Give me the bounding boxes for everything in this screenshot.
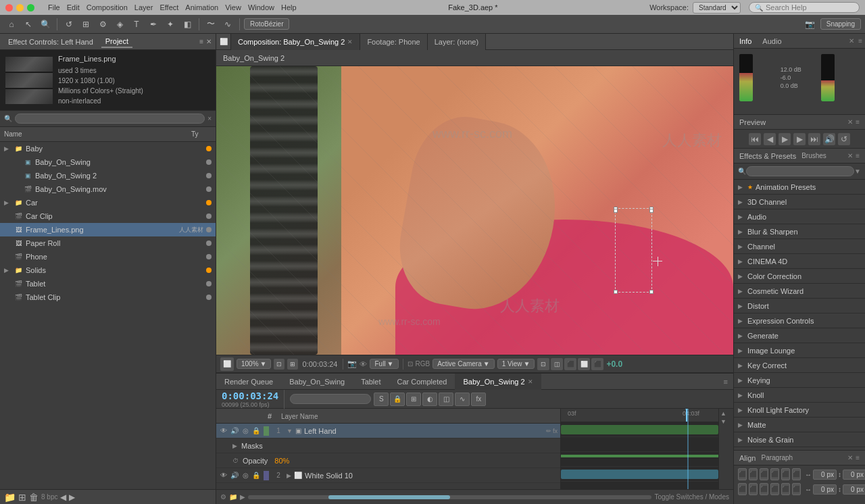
distribute-center-h-button[interactable]: ⬛ [749, 483, 758, 495]
list-item[interactable]: 🎬 Baby_On_Swing.mov [0, 182, 216, 196]
grid-tool[interactable]: ⊞ [78, 17, 93, 32]
effect-item[interactable]: ▶ Matte [734, 418, 865, 432]
align-menu[interactable]: ≡ [856, 454, 860, 461]
align-left-button[interactable]: ⬛ [738, 468, 747, 480]
expand-arrow[interactable]: ▶ [4, 199, 11, 206]
text-tool[interactable]: T [129, 17, 144, 32]
mode-btn-4[interactable]: ⬜ [578, 358, 590, 370]
roto-bezier-button[interactable]: RotoBézier [244, 18, 289, 30]
effect-item[interactable]: ▶ Keying [734, 373, 865, 388]
menu-file[interactable]: File [48, 3, 60, 11]
snapping-button[interactable]: Snapping [820, 18, 861, 30]
effect-item[interactable]: ▶ Distort [734, 299, 865, 313]
bottom-bar-icon-1[interactable]: ⚙ [220, 493, 226, 501]
distribute-right-button[interactable]: ⬛ [760, 483, 768, 495]
select-tool[interactable]: ↖ [21, 17, 36, 32]
baby-swing-tab[interactable]: Baby_On_Swing [281, 374, 353, 390]
menu-composition[interactable]: Composition [86, 3, 128, 11]
footage-tab[interactable]: Footage: Phone [360, 34, 427, 50]
effect-item[interactable]: ▶ Knoll Light Factory [734, 403, 865, 418]
brushes-tab[interactable]: Brushes [801, 152, 826, 159]
bottom-bar-icon-2[interactable]: 📁 [229, 493, 237, 501]
list-item[interactable]: 🖼 Paper Roll [0, 236, 216, 250]
align-right-button[interactable]: ⬛ [760, 468, 768, 480]
right-panel-close[interactable]: ✕ [849, 37, 858, 45]
graph-editor-button[interactable]: ∿ [455, 393, 470, 406]
opacity-stopwatch[interactable]: ⏱ [232, 457, 239, 464]
align-close[interactable]: ✕ [847, 454, 853, 461]
effect-item[interactable]: ▶ Cosmetic Wizard [734, 284, 865, 299]
info-tab[interactable]: Info [734, 36, 757, 47]
effects-search-arrow[interactable]: ▼ [854, 168, 861, 175]
quality-button[interactable]: Full ▼ [370, 359, 398, 369]
menu-help[interactable]: Help [281, 3, 297, 11]
list-item[interactable]: ▶ 📁 Solids [0, 263, 216, 277]
list-item[interactable]: ▣ Baby_On_Swing [0, 155, 216, 169]
timeline-zoom-out[interactable]: ▼ [720, 418, 732, 425]
list-item[interactable]: ▶ 📁 Baby [0, 142, 216, 155]
skip-to-end-button[interactable]: ⏭ [808, 133, 820, 145]
paragraph-tab[interactable]: Paragraph [761, 454, 793, 461]
layer-tab[interactable]: Layer: (none) [428, 34, 486, 50]
effect-item[interactable]: ▶ Blur & Sharpen [734, 224, 865, 239]
motion-blur-button[interactable]: ◐ [422, 393, 437, 406]
channel-icon[interactable]: RGB [416, 360, 430, 368]
stagger-button[interactable]: ⊞ [406, 393, 421, 406]
distribute-top-button[interactable]: ⬛ [770, 483, 779, 495]
opacity-value[interactable]: 80% [274, 457, 289, 465]
effect-item[interactable]: ▶ Noise & Grain [734, 432, 865, 447]
layer-row[interactable]: 👁 🔊 ◎ 🔒 1 ▼ ▣ Left Hand ✏ f [216, 424, 560, 438]
display-button[interactable]: 👁 [360, 360, 367, 368]
timeline-zoom-in[interactable]: ▲ [720, 410, 732, 417]
mode-btn-5[interactable]: ⬛ [591, 358, 603, 370]
close-window-button[interactable] [5, 4, 13, 11]
menu-view[interactable]: View [225, 3, 241, 11]
new-folder-button[interactable]: 📁 [4, 492, 16, 503]
sub-expand-arrow[interactable]: ▶ [232, 443, 237, 449]
next-frame-button[interactable]: ▶ [69, 493, 75, 502]
effect-item[interactable]: ▶ Color Correction [734, 269, 865, 284]
project-search-input[interactable] [15, 114, 205, 124]
home-tool[interactable]: ⌂ [4, 17, 19, 32]
workspace-select[interactable]: Standard [693, 2, 741, 14]
lock-button[interactable]: 🔒 [390, 393, 405, 406]
effect-item[interactable]: ▶ Key Correct [734, 358, 865, 373]
visibility-toggle[interactable]: 👁 [219, 426, 228, 436]
composition-tab[interactable]: Composition: Baby_On_Swing 2 ✕ [231, 34, 360, 50]
list-item[interactable]: 🎬 Car Clip [0, 209, 216, 223]
baby-swing-2-tab[interactable]: Baby_On_Swing 2 ✕ [455, 374, 541, 390]
expand-arrow[interactable]: ▶ [4, 145, 11, 152]
align-top-button[interactable]: ⬛ [770, 468, 779, 480]
audio-toggle[interactable]: 🔊 [230, 426, 239, 436]
car-completed-tab[interactable]: Car Completed [389, 374, 455, 390]
audio-preview-button[interactable]: 🔊 [823, 133, 835, 145]
list-item[interactable]: 🎬 Tablet Clip [0, 291, 216, 304]
effect-controls-tab[interactable]: Effect Controls: Left Hand [4, 36, 97, 47]
camera-icon[interactable]: 📷 [803, 17, 818, 32]
distribute-v-input[interactable] [843, 484, 865, 495]
lock-toggle[interactable]: 🔒 [251, 471, 261, 480]
timeline-scrollbar[interactable] [248, 495, 651, 499]
frame-blend-button[interactable]: ◫ [439, 393, 453, 406]
visibility-toggle[interactable]: 👁 [219, 471, 228, 480]
effect-item[interactable]: ▶ ★ Animation Presets [734, 180, 865, 195]
list-item[interactable]: ▶ 📁 Car [0, 196, 216, 209]
layer-pen-icon[interactable]: ✏ [546, 428, 551, 434]
list-item[interactable]: ▣ Baby_On_Swing 2 [0, 169, 216, 182]
effect-item[interactable]: ▶ Audio [734, 209, 865, 224]
effect-item[interactable]: ▶ Generate [734, 328, 865, 343]
pen-tool[interactable]: ✒ [146, 17, 161, 32]
comp-tab-close[interactable]: ✕ [347, 39, 353, 45]
menu-edit[interactable]: Edit [67, 3, 80, 11]
zoom-tool[interactable]: 🔍 [38, 17, 53, 32]
expressions-button[interactable]: fx [471, 393, 486, 406]
panel-close-button[interactable]: ✕ [206, 38, 212, 45]
timeline-overflow-menu[interactable]: ≡ [724, 378, 733, 386]
layer-sub-row[interactable]: ▶ Masks [216, 438, 560, 453]
bottom-bar-icon-3[interactable]: ▶ [240, 493, 245, 501]
align-center-h-button[interactable]: ⬛ [749, 468, 758, 480]
layer-search-input[interactable] [290, 394, 371, 404]
play-button[interactable]: ▶ [778, 133, 791, 145]
effects-menu[interactable]: ≡ [856, 152, 860, 159]
wave-tool[interactable]: 〜 [203, 17, 218, 32]
